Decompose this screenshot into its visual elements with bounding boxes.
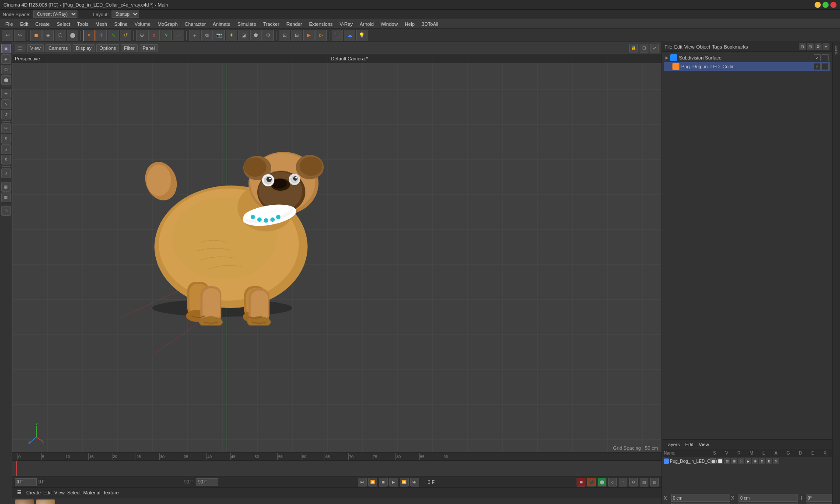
rotate-tb-button[interactable]: ↺ bbox=[1, 110, 11, 119]
om-ctrl-2[interactable] bbox=[822, 54, 829, 61]
brush-tb-button[interactable]: S bbox=[1, 155, 11, 164]
object-tb-button[interactable]: ◈ bbox=[1, 54, 11, 64]
floor-button[interactable]: ⬛ bbox=[332, 30, 343, 41]
undo-button[interactable]: ↩ bbox=[2, 30, 13, 41]
camera-button[interactable]: 📷 bbox=[214, 30, 225, 41]
material-button[interactable]: ◪ bbox=[238, 30, 249, 41]
grid-button[interactable]: ⊞ bbox=[291, 30, 302, 41]
rp-view[interactable]: View bbox=[684, 44, 695, 49]
scale-tb-button[interactable]: ⤡ bbox=[1, 99, 11, 109]
z-axis-button[interactable]: Z bbox=[173, 30, 184, 41]
vt-options[interactable]: Options bbox=[96, 44, 119, 52]
options-button[interactable]: ▤ bbox=[650, 478, 659, 486]
lock-axis-button[interactable]: ⊕ bbox=[136, 30, 147, 41]
vt-cameras[interactable]: Cameras bbox=[46, 44, 71, 52]
lm-icon-m[interactable]: ⊞ bbox=[731, 458, 737, 464]
point-tb-button[interactable]: ⬤ bbox=[1, 75, 11, 85]
menu-vray[interactable]: V-Ray bbox=[336, 21, 356, 28]
key2-button[interactable]: + bbox=[619, 478, 627, 486]
render-preview-button[interactable]: ▶ bbox=[303, 30, 315, 41]
motion-button[interactable]: ⬤ bbox=[598, 478, 606, 486]
vt-display[interactable]: Display bbox=[73, 44, 94, 52]
soft-sel-tb-button[interactable]: S bbox=[1, 144, 11, 154]
rp-icon-2[interactable]: ⊞ bbox=[807, 43, 814, 50]
rp-icon-1[interactable]: ⊡ bbox=[799, 43, 806, 50]
rp-icon-4[interactable]: + bbox=[822, 43, 830, 50]
model-mode-button[interactable]: ◼ bbox=[30, 30, 42, 41]
material-item-1[interactable]: pug_dog bbox=[36, 499, 55, 504]
vt-lock-icon[interactable]: 🔒 bbox=[629, 44, 638, 52]
lm-row-0[interactable]: Pug_Dog_in_LED_Collar ⬤ ⬜ ⊡ ⊞ ▷ ▶ ⊕ D E … bbox=[662, 457, 832, 465]
menu-select[interactable]: Select bbox=[53, 21, 74, 28]
uv-tb-button[interactable]: ▦ bbox=[1, 192, 11, 202]
x-axis-button[interactable]: X bbox=[148, 30, 160, 41]
mat-menu-select[interactable]: Select bbox=[67, 490, 81, 495]
om-item-pugdog[interactable]: Pug_Dog_in_LED_Collar ✓ bbox=[664, 62, 830, 71]
scale-tool-button[interactable]: ⤡ bbox=[108, 30, 119, 41]
rp-icon-3[interactable]: ⚙ bbox=[815, 43, 822, 50]
sky-button[interactable]: ☁ bbox=[344, 30, 355, 41]
mat-toolbar-menu[interactable]: ☰ bbox=[15, 488, 24, 497]
menu-tracker[interactable]: Tracker bbox=[260, 21, 283, 28]
rp-bookmarks[interactable]: Bookmarks bbox=[724, 44, 748, 49]
playhead[interactable] bbox=[16, 461, 17, 476]
menu-volume[interactable]: Volume bbox=[131, 21, 154, 28]
scene-tb-button[interactable]: ⬡ bbox=[1, 65, 11, 74]
vt-render-region-icon[interactable]: ⊡ bbox=[640, 44, 648, 52]
magnet-tb-button[interactable]: S bbox=[1, 134, 11, 144]
anim-mode-button[interactable]: ⚙ bbox=[629, 478, 638, 486]
rp-file[interactable]: File bbox=[665, 44, 672, 49]
menu-animate[interactable]: Animate bbox=[209, 21, 234, 28]
lm-icon-r[interactable]: ⊡ bbox=[724, 458, 730, 464]
material-item-0[interactable]: Dog_Lig bbox=[15, 499, 34, 504]
lm-icon-x[interactable]: X bbox=[773, 458, 779, 464]
redo-button[interactable]: ↪ bbox=[14, 30, 25, 41]
model-tb-button[interactable]: ◼ bbox=[1, 44, 11, 53]
next-frame-button[interactable]: ⏩ bbox=[400, 478, 409, 486]
point-mode-button[interactable]: ⬤ bbox=[67, 30, 78, 41]
maximize-button[interactable] bbox=[822, 2, 829, 8]
menu-mograph[interactable]: MoGraph bbox=[154, 21, 181, 28]
move-tool-button[interactable]: ✛ bbox=[95, 30, 107, 41]
menu-help[interactable]: Help bbox=[401, 21, 418, 28]
menu-file[interactable]: File bbox=[2, 21, 17, 28]
menu-edit[interactable]: Edit bbox=[17, 21, 32, 28]
play-button[interactable]: ▶ bbox=[389, 478, 398, 486]
stop-button[interactable]: ⏹ bbox=[379, 478, 388, 486]
menu-mesh[interactable]: Mesh bbox=[92, 21, 111, 28]
group-button[interactable]: ⧉ bbox=[201, 30, 213, 41]
mat-menu-texture[interactable]: Texture bbox=[103, 490, 119, 495]
record-button[interactable]: ⏺ bbox=[577, 478, 585, 486]
lm-icon-v[interactable]: ⬜ bbox=[717, 458, 723, 464]
lm-icon-d[interactable]: D bbox=[759, 458, 765, 464]
node-space-select[interactable]: Current (V-Ray) bbox=[33, 10, 77, 18]
mat-menu-create[interactable]: Create bbox=[26, 490, 41, 495]
deform-tb-button[interactable]: ⤸ bbox=[1, 168, 11, 178]
menu-arnold[interactable]: Arnold bbox=[356, 21, 377, 28]
snap-button[interactable]: ⊡ bbox=[279, 30, 290, 41]
close-button[interactable] bbox=[830, 2, 836, 8]
menu-window[interactable]: Window bbox=[377, 21, 401, 28]
paint-tb-button[interactable]: ⊙ bbox=[1, 206, 11, 216]
edge-mode-button[interactable]: ⬡ bbox=[55, 30, 66, 41]
om-item-subdivision[interactable]: ▶ Subdivision Surface ✓ bbox=[664, 53, 830, 62]
om-expand-0[interactable]: ▶ bbox=[665, 56, 668, 60]
om-ctrl-3[interactable]: ✓ bbox=[814, 63, 821, 70]
om-ctrl-1[interactable]: ✓ bbox=[814, 54, 821, 61]
lm-icon-l[interactable]: ▷ bbox=[738, 458, 744, 464]
om-ctrl-4[interactable] bbox=[822, 63, 829, 70]
menu-render[interactable]: Render bbox=[283, 21, 305, 28]
autokey-button[interactable]: ⚫ bbox=[587, 478, 596, 486]
minimize-button[interactable] bbox=[815, 2, 821, 8]
lm-icon-a[interactable]: ▶ bbox=[745, 458, 751, 464]
rp-edit[interactable]: Edit bbox=[674, 44, 682, 49]
menu-simulate[interactable]: Simulate bbox=[234, 21, 260, 28]
mat-menu-view[interactable]: View bbox=[54, 490, 65, 495]
lm-icon-s[interactable]: ⬤ bbox=[710, 458, 716, 464]
select-tool-button[interactable]: ✕ bbox=[83, 30, 94, 41]
deformer-button[interactable]: ⬟ bbox=[250, 30, 262, 41]
box-tb-button[interactable]: ▦ bbox=[1, 182, 11, 192]
mat-menu-edit[interactable]: Edit bbox=[43, 490, 52, 495]
viewport[interactable]: Perspective Default Camera:* bbox=[12, 54, 662, 452]
timeline-ruler[interactable]: 0 5 10 15 20 25 30 35 40 bbox=[12, 453, 662, 461]
